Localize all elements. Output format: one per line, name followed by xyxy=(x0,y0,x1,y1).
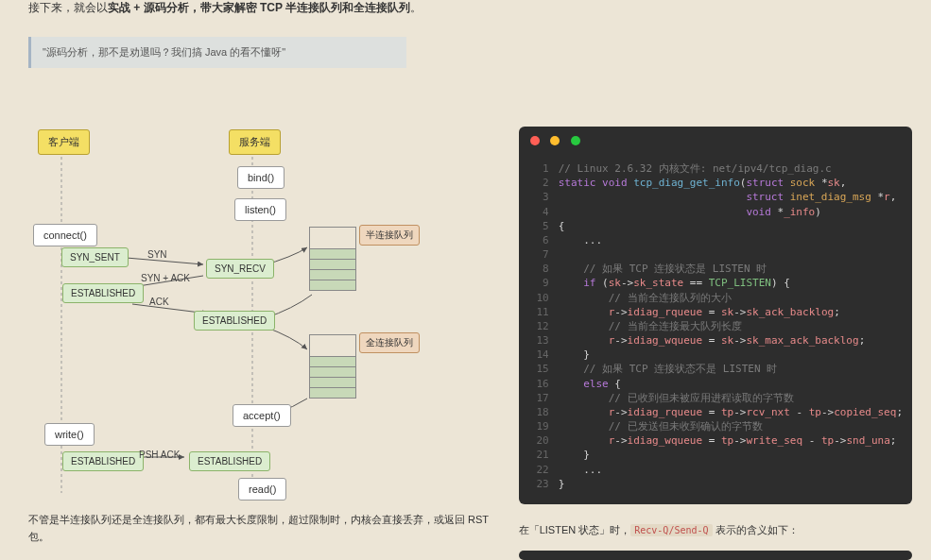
psh-ack-label: PSH ACK xyxy=(139,450,180,460)
code-line: 17 // 已收到但未被应用进程读取的字节数 xyxy=(528,391,903,405)
after-code-pre: 在「LISTEN 状态」时， xyxy=(519,524,631,535)
after-code-post: 表示的含义如下： xyxy=(713,524,799,535)
write-box: write() xyxy=(44,423,95,446)
intro-bold: 实战 + 源码分析，带大家解密 TCP 半连接队列和全连接队列 xyxy=(108,1,410,14)
established1-box: ESTABLISHED xyxy=(62,283,144,303)
code-line: 1// Linux 2.6.32 内核文件: net/ipv4/tcp_diag… xyxy=(528,161,903,176)
code-line: 14 } xyxy=(528,348,903,362)
code-line: 5{ xyxy=(528,219,903,233)
code-line: 3 struct inet_diag_msg *r, xyxy=(528,190,903,204)
intro-pre: 接下来，就会以 xyxy=(28,1,108,14)
code-line: 18 r->idiag_rqueue = tp->rcv_nxt - tp->c… xyxy=(528,405,903,419)
code-line: 22 ... xyxy=(528,463,903,477)
after-diagram-text: 不管是半连接队列还是全连接队列，都有最大长度限制，超过限制时，内核会直接丢弃，或… xyxy=(28,512,491,545)
tcp-handshake-diagram: 客户端 服务端 bind() listen() connect() SYN_SE… xyxy=(28,125,425,502)
after-code-text: 在「LISTEN 状态」时，Recv-Q/Send-Q 表示的含义如下： xyxy=(519,523,912,537)
read-box: read() xyxy=(238,478,286,501)
established4-box: ESTABLISHED xyxy=(189,451,270,471)
listen-box: listen() xyxy=(234,198,286,221)
code-line: 23} xyxy=(528,477,903,491)
maximize-icon xyxy=(571,136,580,145)
intro-post: 。 xyxy=(410,1,422,14)
syn-ack-label: SYN + ACK xyxy=(141,273,190,283)
server-box: 服务端 xyxy=(229,129,281,155)
half-queue-label: 半连接队列 xyxy=(359,225,420,246)
code-line: 11 r->idiag_rqueue = sk->sk_ack_backlog; xyxy=(528,305,903,319)
syn-sent-box: SYN_SENT xyxy=(61,247,129,267)
code-line: 2static void tcp_diag_get_info(struct so… xyxy=(528,176,903,190)
code-line: 10 // 当前全连接队列的大小 xyxy=(528,291,903,305)
bind-box: bind() xyxy=(237,166,284,189)
code-body: 1// Linux 2.6.32 内核文件: net/ipv4/tcp_diag… xyxy=(519,154,912,504)
accept-box: accept() xyxy=(233,404,291,427)
full-queue-graphic xyxy=(309,334,356,399)
established3-box: ESTABLISHED xyxy=(62,451,144,471)
code-line: 15 // 如果 TCP 连接状态不是 LISTEN 时 xyxy=(528,362,903,376)
code-line: 13 r->idiag_wqueue = sk->sk_max_ack_back… xyxy=(528,333,903,348)
minimize-icon xyxy=(550,136,560,145)
syn-recv-box: SYN_RECV xyxy=(206,259,274,279)
code-line: 20 r->idiag_wqueue = tp->write_seq - tp-… xyxy=(528,433,903,448)
next-code-peek xyxy=(519,551,912,560)
code-line: 16 else { xyxy=(528,377,903,391)
code-line: 12 // 当前全连接最大队列长度 xyxy=(528,319,903,333)
blockquote: "源码分析，那不是劝退吗？我们搞 Java 的看不懂呀" xyxy=(28,37,406,68)
code-window: 1// Linux 2.6.32 内核文件: net/ipv4/tcp_diag… xyxy=(519,127,912,504)
half-queue-graphic xyxy=(309,227,356,291)
code-line: 4 void *_info) xyxy=(528,205,903,219)
syn-label: SYN xyxy=(147,249,167,260)
code-line: 6 ... xyxy=(528,233,903,247)
ack-label: ACK xyxy=(149,297,169,307)
connect-box: connect() xyxy=(33,224,97,246)
code-line: 9 if (sk->sk_state == TCP_LISTEN) { xyxy=(528,276,903,290)
intro-text: 接下来，就会以实战 + 源码分析，带大家解密 TCP 半连接队列和全连接队列。 xyxy=(28,0,491,16)
full-queue-label: 全连接队列 xyxy=(359,332,420,353)
code-line: 8 // 如果 TCP 连接状态是 LISTEN 时 xyxy=(528,262,903,276)
inline-code: Recv-Q/Send-Q xyxy=(630,524,712,536)
code-line: 21 } xyxy=(528,448,903,462)
code-titlebar xyxy=(519,127,912,154)
established2-box: ESTABLISHED xyxy=(194,311,275,331)
client-box: 客户端 xyxy=(38,129,90,155)
close-icon xyxy=(530,136,540,145)
code-line: 7 xyxy=(528,247,903,262)
code-line: 19 // 已发送但未收到确认的字节数 xyxy=(528,419,903,433)
